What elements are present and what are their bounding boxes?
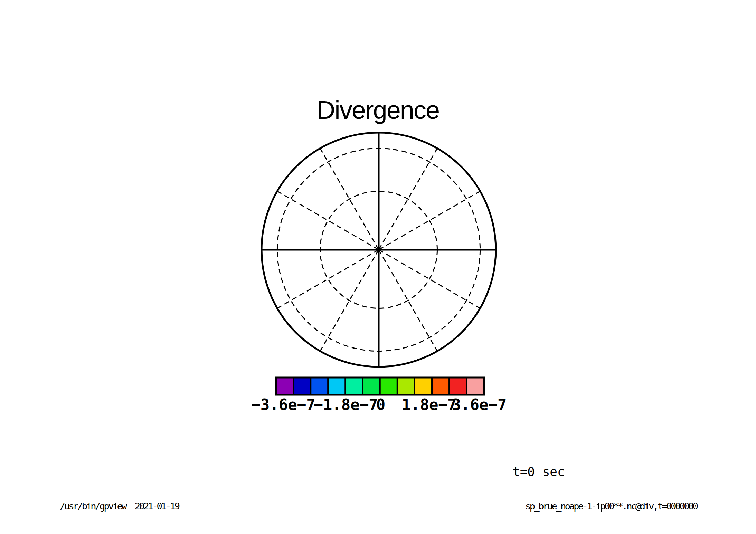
colorbar-cell bbox=[397, 378, 415, 395]
colorbar-cell bbox=[293, 378, 311, 395]
colorbar-cell bbox=[311, 378, 328, 395]
colorbar-cell bbox=[346, 378, 363, 395]
gpview-plot-page: Divergence −3.6e−7−1.8e−701.8e−73.6e−7 t… bbox=[0, 0, 756, 534]
time-label: t=0 sec bbox=[512, 466, 565, 478]
colorbar-cell bbox=[466, 378, 484, 395]
colorbar-tick-label: −3.6e−7 bbox=[251, 397, 315, 412]
colorbar-tick-label: 1.8e−7 bbox=[402, 397, 457, 412]
colorbar-cell bbox=[449, 378, 466, 395]
colorbar-cell bbox=[328, 378, 345, 395]
colorbar-cell bbox=[432, 378, 449, 395]
colorbar-tick-label: −1.8e−7 bbox=[314, 397, 378, 412]
colorbar-cell bbox=[415, 378, 432, 395]
footer-command-text: /usr/bin/gpview 2021-01-19 bbox=[60, 502, 179, 511]
map-grid bbox=[262, 133, 496, 367]
meridian-line bbox=[277, 250, 379, 308]
colorbar-tick-label: 3.6e−7 bbox=[452, 397, 507, 412]
polar-plot-canvas bbox=[0, 0, 756, 534]
footer-source-text: sp_brue_noape-1-ip00**.nc@div,t=0000000 bbox=[525, 502, 697, 511]
colorbar-cell bbox=[380, 378, 397, 395]
colorbar-cell bbox=[363, 378, 380, 395]
colorbar-tick-label: 0 bbox=[376, 397, 386, 412]
colorbar bbox=[276, 378, 484, 395]
colorbar-cell bbox=[276, 378, 293, 395]
meridian-line bbox=[277, 191, 379, 250]
